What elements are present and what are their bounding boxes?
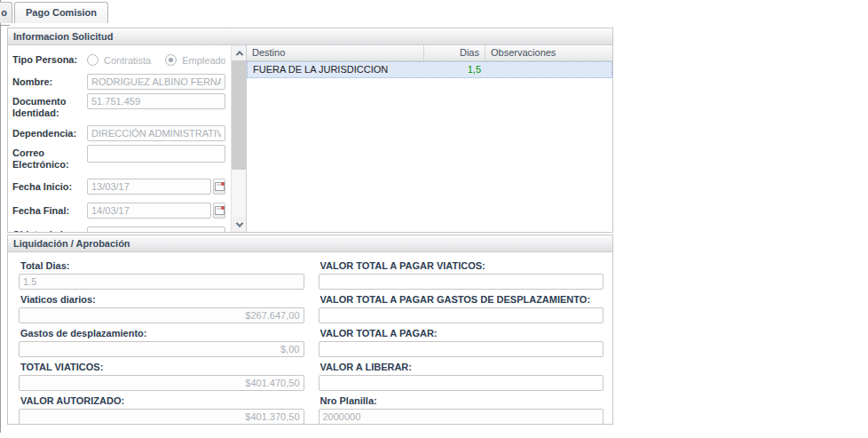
gastos-desplazamiento-input (19, 341, 304, 357)
field-fecha-inicio: Fecha Inicio: (12, 179, 225, 195)
tipo-persona-label: Tipo Persona: (12, 52, 87, 66)
nro-planilla-input (319, 409, 604, 425)
empleado-radio (165, 54, 177, 66)
dependencia-label: Dependencia: (12, 125, 87, 139)
fecha-final-label: Fecha Final: (12, 203, 87, 217)
fecha-final-calendar-button[interactable] (213, 203, 225, 219)
total-dias-label: Total Dias: (19, 259, 304, 274)
tab-pago-comision-label: Pago Comision (26, 7, 97, 18)
field-dependencia: Dependencia: (12, 125, 225, 141)
scroll-down-button[interactable] (232, 217, 246, 232)
gastos-desplazamiento-label: Gastos de desplazamiento: (19, 327, 304, 341)
contratista-radio (87, 54, 99, 66)
calendar-icon (215, 206, 225, 215)
valor-a-liberar-label: VALOR A LIBERAR: (319, 361, 604, 375)
field-nombre: Nombre: (12, 74, 225, 90)
grid-header: Destino Dias Observaciones (247, 45, 612, 61)
field-valor-total-pagar-gastos: VALOR TOTAL A PAGAR GASTOS DE DESPLAZAMI… (319, 293, 604, 323)
liquidacion-title: Liquidación / Aprobación (13, 238, 130, 249)
scrollbar-thumb[interactable] (232, 60, 246, 170)
tab-bar: o Pago Comision (0, 0, 868, 25)
viaticos-diarios-input (19, 307, 304, 323)
correo-label: Correo Electrónico: (12, 145, 87, 171)
nombre-label: Nombre: (12, 74, 87, 88)
column-header-observaciones[interactable]: Observaciones (485, 45, 612, 60)
cell-dias: 1,5 (425, 62, 486, 77)
dependencia-input (87, 125, 225, 141)
valor-autorizado-label: VALOR AUTORIZADO: (19, 394, 304, 409)
chevron-down-icon (235, 219, 242, 227)
documento-input (87, 93, 225, 109)
liquidacion-panel: Liquidación / Aprobación Total Dias: Via… (7, 235, 613, 425)
field-documento: Documento Identidad: (12, 93, 225, 119)
solicitud-form: Tipo Persona: Contratista Empleado Nombr… (8, 45, 246, 232)
empleado-radio-label: Empleado (182, 55, 225, 66)
tab-partial[interactable]: o (0, 2, 12, 23)
field-objeto-comision: Objeto de la Comisión: (12, 227, 225, 232)
correo-input[interactable] (87, 145, 225, 163)
documento-label: Documento Identidad: (12, 93, 87, 119)
field-valor-total-pagar-viaticos: VALOR TOTAL A PAGAR VIATICOS: (319, 259, 604, 290)
pago-comision-screen: o Pago Comision Informacion Solicitud Ti… (0, 0, 868, 438)
info-solicitud-header: Informacion Solicitud (8, 28, 612, 45)
fecha-inicio-label: Fecha Inicio: (12, 179, 87, 193)
total-viaticos-input (19, 375, 304, 391)
grid-row-destino[interactable]: FUERA DE LA JURISDICCION 1,5 (247, 61, 612, 78)
field-total-viaticos: TOTAL VIATICOS: (19, 361, 304, 391)
field-valor-autorizado: VALOR AUTORIZADO: (19, 394, 304, 425)
valor-total-pagar-gastos-label: VALOR TOTAL A PAGAR GASTOS DE DESPLAZAMI… (319, 293, 604, 307)
tab-pago-comision[interactable]: Pago Comision (14, 2, 108, 23)
info-solicitud-panel: Informacion Solicitud Tipo Persona: Cont… (7, 28, 613, 233)
valor-total-pagar-viaticos-label: VALOR TOTAL A PAGAR VIATICOS: (319, 259, 604, 274)
destinos-grid: Destino Dias Observaciones FUERA DE LA J… (246, 45, 612, 232)
fecha-final-input (87, 203, 211, 219)
form-scrollbar[interactable] (231, 45, 246, 232)
field-correo: Correo Electrónico: (12, 145, 225, 171)
fecha-inicio-calendar-button[interactable] (213, 179, 225, 195)
valor-total-pagar-input[interactable] (319, 341, 604, 357)
field-gastos-desplazamiento: Gastos de desplazamiento: (19, 327, 304, 357)
field-viaticos-diarios: Viaticos diarios: (19, 293, 304, 323)
panel-corner-line (0, 25, 10, 26)
total-viaticos-label: TOTAL VIATICOS: (19, 361, 304, 375)
fecha-inicio-input (87, 179, 211, 195)
liquidacion-left-column: Total Dias: Viaticos diarios: Gastos de … (19, 259, 304, 428)
chevron-up-icon (235, 51, 242, 58)
scrollbar-track[interactable] (232, 60, 246, 217)
contratista-radio-label: Contratista (104, 55, 151, 66)
field-fecha-final: Fecha Final: (12, 203, 225, 219)
liquidacion-header: Liquidación / Aprobación (8, 235, 612, 252)
tab-partial-label: o (1, 7, 7, 18)
field-nro-planilla: Nro Planilla: (319, 394, 604, 425)
field-tipo-persona: Tipo Persona: Contratista Empleado (12, 52, 225, 66)
info-solicitud-title: Informacion Solicitud (13, 31, 113, 42)
valor-total-pagar-label: VALOR TOTAL A PAGAR: (319, 327, 604, 341)
valor-total-pagar-gastos-input[interactable] (319, 307, 604, 323)
left-panel-edge (0, 0, 1, 433)
viaticos-diarios-label: Viaticos diarios: (19, 293, 304, 307)
valor-a-liberar-input[interactable] (319, 375, 604, 391)
nombre-input (87, 74, 225, 90)
column-header-dias[interactable]: Dias (424, 45, 485, 60)
liquidacion-right-column: VALOR TOTAL A PAGAR VIATICOS: VALOR TOTA… (319, 259, 604, 428)
valor-total-pagar-viaticos-input[interactable] (319, 274, 604, 290)
cell-destino: FUERA DE LA JURISDICCION (248, 62, 425, 77)
objeto-comision-input (87, 227, 225, 232)
field-valor-a-liberar: VALOR A LIBERAR: (319, 361, 604, 391)
solicitud-form-fields: Tipo Persona: Contratista Empleado Nombr… (12, 52, 225, 232)
total-dias-input (19, 274, 304, 290)
field-total-dias: Total Dias: (19, 259, 304, 290)
calendar-icon (215, 182, 225, 191)
valor-autorizado-input (19, 409, 304, 425)
field-valor-total-pagar: VALOR TOTAL A PAGAR: (319, 327, 604, 357)
scroll-up-button[interactable] (232, 45, 246, 60)
nro-planilla-label: Nro Planilla: (319, 394, 604, 409)
column-header-destino[interactable]: Destino (247, 45, 424, 60)
objeto-comision-label: Objeto de la Comisión: (12, 227, 87, 232)
